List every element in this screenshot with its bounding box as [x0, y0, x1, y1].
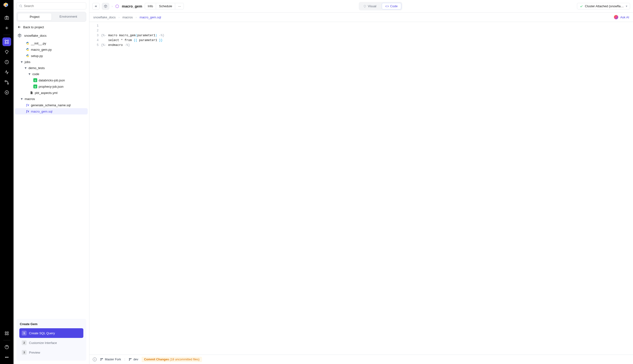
breadcrumb-root[interactable]: snowflake_docs: [93, 16, 116, 19]
folder-label: demo_tests: [28, 66, 45, 70]
tab-project[interactable]: Project: [18, 13, 52, 20]
rail-add-icon[interactable]: [2, 24, 11, 32]
file-label: macro_gem.sql: [31, 110, 52, 113]
svg-rect-13: [5, 332, 6, 333]
info-icon[interactable]: i: [93, 358, 97, 361]
svg-point-22: [100, 358, 101, 359]
file-label: generate_schema_name.sql: [31, 104, 70, 107]
file-icon: [30, 91, 33, 95]
folder-label: code: [32, 72, 39, 76]
cluster-dropdown[interactable]: Cluster Attached (snowflake_... ▾: [577, 3, 630, 10]
folder-jobs[interactable]: ▼ jobs: [15, 59, 88, 65]
entity-tabs: Info Schedule ···: [145, 3, 184, 10]
fx-icon: ƒx: [26, 103, 30, 107]
search-input-wrapper[interactable]: [16, 2, 86, 10]
entity-name: macro_gem: [122, 4, 142, 8]
file-setup-py[interactable]: setup.py: [15, 53, 88, 59]
search-input[interactable]: [24, 4, 84, 8]
file-prophecy-json[interactable]: {} prophecy-job.json: [15, 83, 88, 90]
gem-step-2[interactable]: 2 Customize Interface: [19, 338, 83, 348]
tab-environment[interactable]: Environment: [52, 13, 85, 20]
file-macro-gem-sql[interactable]: ƒx macro_gem.sql: [15, 108, 88, 114]
rail-history-icon[interactable]: [2, 58, 11, 66]
rail-apps-icon[interactable]: [2, 329, 11, 338]
branch-colon: :: [124, 358, 125, 361]
gem-panel-title: Create Gem: [19, 322, 83, 326]
back-to-project[interactable]: Back to project: [14, 22, 89, 32]
tab-more[interactable]: ···: [175, 3, 184, 9]
breadcrumb-file[interactable]: macro_gem.sql: [140, 16, 161, 19]
chevron-down-icon: ▼: [20, 98, 23, 100]
file-generate-schema[interactable]: ƒx generate_schema_name.sql: [15, 102, 88, 108]
search-icon: [19, 4, 22, 8]
branch-master[interactable]: Master Fork: [100, 358, 121, 361]
rail-help-icon[interactable]: [2, 343, 11, 352]
rail-activity-icon[interactable]: [2, 68, 11, 76]
file-label: macro_gem.py: [31, 48, 52, 52]
rail-download-icon[interactable]: [2, 88, 11, 97]
chevron-down-icon: ▼: [20, 61, 23, 64]
code-editor[interactable]: 1 2 3 4 5 {%- macro macro_gem(parameter1…: [90, 22, 633, 354]
ask-ai-label: Ask AI: [620, 16, 629, 19]
svg-rect-16: [7, 334, 8, 335]
branch-label: Master Fork: [105, 358, 121, 361]
python-icon: [26, 48, 30, 52]
ai-orb-icon: [614, 15, 618, 19]
file-databricks-json[interactable]: {} databricks-job.json: [15, 77, 88, 83]
view-code[interactable]: Code: [382, 3, 401, 10]
cube-icon: [18, 33, 22, 38]
back-label: Back to project: [23, 25, 44, 29]
file-pbt-aspects[interactable]: pbt_aspects.yml: [15, 90, 88, 96]
svg-point-25: [129, 358, 130, 359]
svg-rect-6: [8, 40, 9, 41]
rail-lineage-icon[interactable]: [2, 78, 11, 87]
gem-step-1[interactable]: 1 Create SQL Query: [19, 328, 83, 338]
breadcrumb-macros[interactable]: macros: [122, 16, 133, 19]
json-icon: {}: [33, 84, 37, 88]
arrow-left-icon: [18, 25, 21, 29]
line-gutter: 1 2 3 4 5: [90, 22, 101, 354]
rail-pipelines-icon[interactable]: [2, 38, 11, 46]
rail-gem-icon[interactable]: [2, 48, 11, 56]
collapse-sidebar-button[interactable]: [92, 3, 100, 10]
ask-ai-button[interactable]: Ask AI: [614, 15, 629, 19]
svg-rect-5: [5, 40, 6, 41]
app-logo[interactable]: [4, 2, 10, 9]
step-number: 2: [22, 340, 26, 345]
folder-macros[interactable]: ▼ macros: [15, 96, 88, 102]
code-content[interactable]: {%- macro macro_gem(parameter1) -%} sele…: [101, 22, 164, 354]
file-init-py[interactable]: __init__.py: [15, 40, 88, 46]
svg-rect-15: [5, 334, 6, 335]
tab-info[interactable]: Info: [145, 3, 156, 9]
branch-dev[interactable]: dev: [128, 358, 138, 361]
svg-rect-8: [8, 42, 9, 44]
file-label: databricks-job.json: [39, 78, 65, 82]
rail-capture-icon[interactable]: [2, 14, 11, 22]
file-label: prophecy-job.json: [39, 85, 64, 88]
rail-more-icon[interactable]: [2, 353, 11, 362]
folder-demo-tests[interactable]: ▼ demo_tests: [15, 65, 88, 71]
file-macro-gem-py[interactable]: macro_gem.py: [15, 46, 88, 53]
toggle-label: Code: [390, 4, 398, 8]
step-label: Create SQL Query: [29, 332, 55, 335]
svg-point-19: [6, 357, 7, 358]
svg-rect-3: [5, 17, 9, 20]
sidebar-tabs: Project Environment: [16, 12, 86, 22]
folder-code[interactable]: ▼ code: [15, 71, 88, 77]
view-visual[interactable]: Visual: [360, 3, 380, 10]
file-label: __init__.py: [31, 42, 46, 45]
python-icon: [26, 54, 30, 58]
gem-step-3[interactable]: 3 Preview: [19, 348, 83, 357]
svg-point-26: [129, 360, 130, 360]
folder-label: macros: [25, 97, 35, 101]
commit-changes-button[interactable]: Commit Changes (18 uncommitted files): [142, 357, 202, 362]
toggle-label: Visual: [368, 4, 376, 8]
step-number: 1: [22, 331, 26, 336]
python-icon: [26, 41, 30, 45]
step-label: Preview: [29, 351, 40, 354]
project-name: snowflake_docs: [24, 34, 47, 38]
tab-schedule[interactable]: Schedule: [156, 3, 175, 9]
project-root[interactable]: snowflake_docs: [14, 32, 89, 40]
branch-label: dev: [133, 358, 138, 361]
entity-cube-icon[interactable]: [102, 3, 109, 10]
